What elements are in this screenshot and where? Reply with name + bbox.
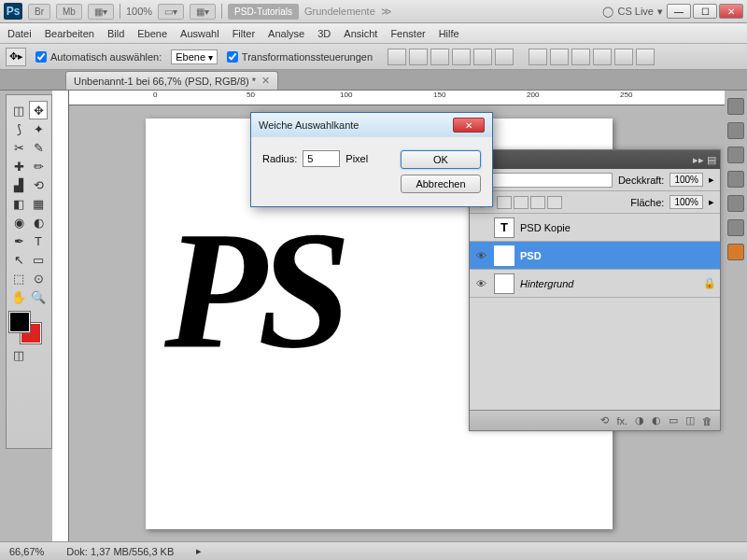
menu-bearbeiten[interactable]: Bearbeiten [45, 28, 94, 39]
fill-label: Fläche: [630, 197, 664, 208]
menu-ebene[interactable]: Ebene [137, 28, 167, 39]
layer-name[interactable]: PSD [520, 250, 542, 261]
color-swatches[interactable] [9, 312, 43, 342]
dialog-titlebar[interactable]: Weiche Auswahlkante ✕ [251, 113, 492, 137]
status-arrow-icon[interactable]: ▸ [196, 545, 202, 557]
visibility-icon[interactable]: 👁 [473, 250, 488, 261]
menu-datei[interactable]: Datei [7, 28, 32, 39]
fill-value[interactable]: 100% [669, 195, 703, 209]
extras-icon[interactable]: ▦▾ [190, 4, 216, 20]
tool-camera[interactable]: ⊙ [29, 269, 48, 287]
cancel-button[interactable]: Abbrechen [401, 175, 481, 193]
mask-icon[interactable]: ◑ [635, 414, 644, 427]
menu-bild[interactable]: Bild [107, 28, 124, 39]
menu-hilfe[interactable]: Hilfe [439, 28, 459, 39]
menu-analyse[interactable]: Analyse [268, 28, 304, 39]
tool-blur[interactable]: ◉ [9, 213, 28, 231]
close-tab-icon[interactable]: ✕ [261, 75, 270, 87]
foreground-color[interactable] [9, 312, 30, 332]
dock-char-icon[interactable] [727, 219, 744, 236]
radius-input[interactable] [303, 150, 340, 167]
maximize-button[interactable]: ☐ [693, 4, 717, 19]
layer-name[interactable]: Hintergrund [520, 278, 573, 289]
tool-stamp[interactable]: ▟ [9, 175, 28, 194]
minibridge-button[interactable]: Mb [56, 4, 82, 20]
layer-row[interactable]: 👁 Hintergrund 🔒 [470, 270, 720, 298]
status-doc-size[interactable]: Dok: 1,37 MB/556,3 KB [66, 546, 174, 557]
arrange-icon[interactable]: ▦▾ [88, 4, 114, 20]
horizontal-ruler: 0 50 100 150 200 250 [69, 91, 725, 105]
tool-lasso[interactable]: ⟆ [9, 119, 28, 138]
workspace-more-icon[interactable]: ≫ [381, 6, 392, 18]
tool-marquee[interactable]: ◫ [9, 101, 28, 119]
tool-history[interactable]: ⟲ [29, 175, 48, 194]
auto-select-checkbox[interactable]: Automatisch auswählen: [35, 51, 162, 63]
feather-dialog: Weiche Auswahlkante ✕ Radius: Pixel OK A… [250, 112, 493, 207]
quickmask-icon[interactable]: ◫ [9, 345, 28, 364]
tool-type[interactable]: T [29, 231, 48, 250]
auto-select-target[interactable]: Ebene ▾ [171, 49, 218, 64]
align-icons[interactable] [388, 49, 514, 65]
tool-wand[interactable]: ✦ [29, 119, 48, 138]
layer-row[interactable]: T PSD Kopie [470, 214, 720, 242]
newlayer-icon[interactable]: ◫ [685, 414, 695, 427]
blend-mode-select[interactable] [475, 173, 613, 188]
menu-fenster[interactable]: Fenster [390, 28, 425, 39]
workspace-tab-active[interactable]: PSD-Tutorials [228, 4, 299, 20]
dock-kuler-icon[interactable] [727, 244, 744, 260]
status-zoom[interactable]: 66,67% [9, 546, 44, 557]
transform-checkbox[interactable]: Transformationssteuerungen [227, 51, 373, 63]
menu-ansicht[interactable]: Ansicht [344, 28, 377, 39]
layer-name[interactable]: PSD Kopie [520, 222, 571, 233]
tool-move[interactable]: ✥ [29, 101, 48, 119]
close-button[interactable]: ✕ [719, 4, 743, 19]
document-tab[interactable]: Unbenannt-1 bei 66,7% (PSD, RGB/8) *✕ [65, 71, 278, 90]
tool-gradient[interactable]: ▦ [29, 194, 48, 213]
tool-heal[interactable]: ✚ [9, 157, 28, 175]
tool-shape[interactable]: ▭ [29, 250, 48, 269]
layer-row[interactable]: 👁 T PSD [470, 242, 720, 270]
dock-layers-icon[interactable] [727, 195, 744, 212]
workspace-tab[interactable]: Grundelemente [304, 6, 375, 17]
zoom-value[interactable]: 100% [126, 6, 152, 17]
tool-pen[interactable]: ✒ [9, 231, 28, 250]
cslive-button[interactable]: CS Live [617, 6, 654, 17]
minimize-button[interactable]: — [667, 4, 691, 19]
tool-eraser[interactable]: ◧ [9, 194, 28, 213]
dock-para-icon[interactable] [727, 171, 744, 188]
distribute-icons[interactable] [529, 49, 655, 65]
opacity-arrow-icon[interactable]: ▸ [709, 174, 714, 186]
menu-3d[interactable]: 3D [317, 28, 331, 39]
visibility-icon[interactable]: 👁 [473, 278, 488, 289]
bridge-button[interactable]: Br [28, 4, 50, 20]
tool-crop[interactable]: ✂ [9, 138, 28, 157]
tool-dodge[interactable]: ◐ [29, 213, 48, 231]
dock-adjust-icon[interactable] [727, 147, 744, 163]
menu-filter[interactable]: Filter [233, 28, 255, 39]
adjust-icon[interactable]: ◐ [652, 414, 661, 427]
tool-hand[interactable]: ✋ [9, 287, 28, 306]
opacity-value[interactable]: 100% [669, 173, 703, 187]
lock-icons[interactable] [497, 196, 562, 209]
ok-button[interactable]: OK [401, 150, 481, 169]
layers-panel: ▸▸ ▤ Deckkraft: 100% ▸ 🔒: Fläche: 100% ▸… [469, 149, 721, 431]
lock-icon: 🔒 [703, 277, 716, 289]
dialog-close-button[interactable]: ✕ [453, 118, 485, 133]
tool-path[interactable]: ↖ [9, 250, 28, 269]
dock-swatches-icon[interactable] [727, 122, 744, 139]
tool-eyedropper[interactable]: ✎ [29, 138, 48, 157]
trash-icon[interactable]: 🗑 [702, 415, 712, 427]
tool-zoom[interactable]: 🔍 [29, 287, 48, 306]
dock-color-icon[interactable] [727, 98, 744, 115]
link-icon[interactable]: ⟲ [600, 414, 609, 427]
screen-mode-icon[interactable]: ▭▾ [158, 4, 184, 20]
fx-icon[interactable]: fx. [616, 415, 627, 427]
group-icon[interactable]: ▭ [669, 414, 678, 427]
tool-3d[interactable]: ⬚ [9, 269, 28, 287]
menu-auswahl[interactable]: Auswahl [180, 28, 219, 39]
panel-header[interactable]: ▸▸ ▤ [470, 150, 720, 169]
dialog-title-text: Weiche Auswahlkante [259, 119, 359, 131]
layer-thumb [494, 273, 514, 294]
fill-arrow-icon[interactable]: ▸ [709, 196, 714, 208]
tool-brush[interactable]: ✏ [29, 157, 48, 175]
